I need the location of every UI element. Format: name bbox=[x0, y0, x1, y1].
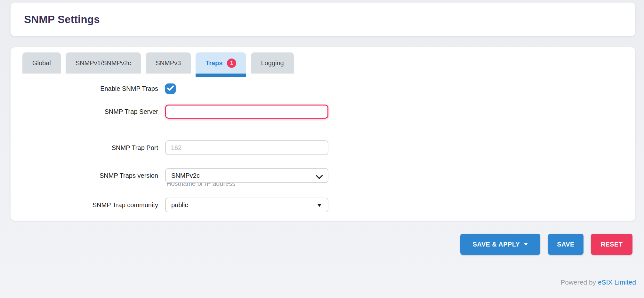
save-and-apply-label: SAVE & APPLY bbox=[473, 241, 520, 248]
reset-button[interactable]: RESET bbox=[591, 234, 632, 255]
footer: Powered by eSIX Limited bbox=[560, 278, 636, 286]
enable-snmp-traps-label: Enable SNMP Traps bbox=[11, 83, 158, 94]
tab-label: Global bbox=[32, 59, 51, 67]
snmp-trap-port-input[interactable] bbox=[165, 140, 328, 155]
form-row-traps-version: SNMP Traps version SNMPv2c bbox=[11, 168, 363, 183]
tab-snmpv3[interactable]: SNMPv3 bbox=[146, 52, 191, 74]
save-and-apply-button[interactable]: SAVE & APPLY bbox=[460, 234, 540, 255]
chevron-down-icon bbox=[316, 174, 323, 181]
tab-global[interactable]: Global bbox=[22, 52, 61, 74]
tab-traps[interactable]: Traps 1 bbox=[196, 52, 246, 74]
page-title: SNMP Settings bbox=[11, 3, 635, 36]
tab-label: SNMPv1/SNMPv2c bbox=[76, 59, 131, 67]
selected-version-value: SNMPv2c bbox=[171, 172, 200, 179]
tab-logging[interactable]: Logging bbox=[251, 52, 294, 74]
form-row-trap-community: SNMP Trap community public bbox=[11, 198, 363, 212]
snmp-trap-community-label: SNMP Trap community bbox=[11, 198, 158, 212]
snmp-trap-community-select[interactable]: public bbox=[165, 198, 328, 212]
save-label: SAVE bbox=[557, 241, 575, 248]
powered-by-text: Powered by bbox=[560, 278, 596, 286]
save-button[interactable]: SAVE bbox=[548, 234, 584, 255]
tab-bar: Global SNMPv1/SNMPv2c SNMPv3 Traps 1 Log… bbox=[22, 52, 294, 74]
snmp-traps-version-select[interactable]: SNMPv2c bbox=[165, 168, 328, 183]
settings-card: Global SNMPv1/SNMPv2c SNMPv3 Traps 1 Log… bbox=[11, 47, 635, 221]
caret-down-icon bbox=[317, 204, 322, 207]
enable-snmp-traps-checkbox[interactable] bbox=[165, 83, 176, 94]
tab-label: Logging bbox=[261, 59, 284, 67]
snmp-trap-server-input[interactable] bbox=[165, 105, 328, 119]
tab-label: SNMPv3 bbox=[156, 59, 181, 67]
error-count-badge: 1 bbox=[227, 59, 236, 68]
caret-down-icon bbox=[524, 243, 528, 246]
page-header-card: SNMP Settings bbox=[11, 3, 635, 36]
tab-label: Traps bbox=[205, 59, 222, 67]
snmp-trap-server-label: SNMP Trap Server bbox=[11, 105, 158, 119]
checkmark-icon bbox=[167, 85, 174, 92]
snmp-trap-port-label: SNMP Trap Port bbox=[11, 140, 158, 155]
vendor-link[interactable]: eSIX Limited bbox=[598, 278, 636, 286]
tab-snmpv1-snmpv2c[interactable]: SNMPv1/SNMPv2c bbox=[66, 52, 141, 74]
snmp-traps-version-label: SNMP Traps version bbox=[11, 168, 158, 183]
selected-community-value: public bbox=[171, 201, 188, 209]
reset-label: RESET bbox=[601, 241, 623, 248]
